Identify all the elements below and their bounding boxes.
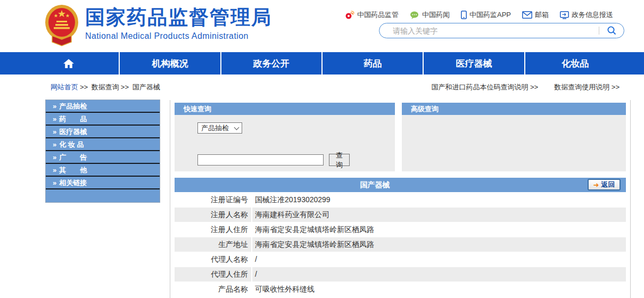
nav-item-home[interactable] (19, 52, 119, 74)
nav-item-gov[interactable]: 政务公开 (220, 52, 321, 74)
nav-item-cosmetics-label: 化妆品 (562, 57, 589, 70)
quick-query-input[interactable] (197, 154, 324, 165)
page-header: 国家药品监督管理局 National Medical Products Admi… (0, 0, 644, 52)
quick-query-header: 快速查询 (175, 103, 395, 115)
quick-query-panel: 快速查询 产品抽检 查询 (175, 103, 395, 171)
sidebar-item-label: 其 他 (59, 166, 87, 174)
chevron-down-icon (234, 125, 240, 130)
nav-item-devices[interactable]: 医疗器械 (423, 52, 524, 74)
row-label: 注册证编号 (175, 193, 252, 207)
breadcrumb-row: 网站首页>> 数据查询>> 国产器械 国产和进口药品本位码查询说明 >> 数据查… (0, 81, 644, 94)
link-app-label: 中国药监APP (469, 10, 511, 20)
site-title: 国家药品监督管理局 (85, 7, 272, 29)
phone-icon (461, 11, 467, 19)
weibo-icon (345, 11, 354, 19)
data-query-help-link[interactable]: 数据查询使用说明 >> (554, 82, 620, 92)
sidebar-filler (46, 189, 160, 202)
row-value: / (252, 252, 626, 267)
table-row-registration-number: 注册证编号 国械注准20193020299 (175, 193, 626, 207)
row-label: 代理人住所 (175, 267, 252, 282)
sidebar-item-label: 药 品 (59, 115, 87, 123)
search-icon (607, 26, 617, 36)
site-subtitle: National Medical Products Administration (85, 31, 272, 41)
link-report-label: 政务信息报送 (572, 10, 613, 20)
chevron-right-icon: » (53, 140, 56, 148)
link-weibo[interactable]: 中国药品监管 (345, 10, 399, 20)
monitor-icon (560, 11, 569, 19)
breadcrumb: 网站首页>> 数据查询>> 国产器械 (51, 82, 160, 92)
sidebar-item-label: 化 妆 品 (59, 140, 84, 148)
link-app[interactable]: 中国药监APP (461, 10, 511, 20)
sidebar-item-drugs[interactable]: »药 品 (46, 113, 160, 126)
table-row-registrant-address: 注册人住所 海南省定安县定城镇塔岭新区栖凤路 (175, 222, 626, 237)
row-value: 海南省定安县定城镇塔岭新区栖凤路 (252, 222, 626, 237)
sidebar-item-medical-devices[interactable]: »医疗器械 (46, 126, 160, 138)
wechat-icon (410, 11, 419, 19)
link-weibo-label: 中国药品监管 (357, 10, 399, 20)
chevron-right-icon: » (53, 115, 56, 123)
mail-icon (522, 11, 532, 19)
link-mail-label: 邮箱 (535, 10, 549, 20)
results-header: 国产器械 ➜ 返回 (175, 178, 626, 192)
breadcrumb-item-data-query[interactable]: 数据查询 (92, 83, 119, 91)
row-value: 海南建科药业有限公司 (252, 208, 626, 222)
sidebar-item-label: 相关链接 (59, 179, 87, 187)
table-row-production-address: 生产地址 海南省定安县定城镇塔岭新区栖凤路 (175, 237, 626, 252)
breadcrumb-home-link[interactable]: 网站首页 (51, 83, 78, 91)
advanced-query-header: 高级查询 (402, 103, 626, 115)
row-label: 生产地址 (175, 237, 252, 252)
link-mail[interactable]: 邮箱 (522, 10, 549, 20)
advanced-query-body (402, 115, 626, 171)
sidebar-item-label: 产品抽检 (59, 102, 87, 110)
sidebar-item-product-sampling[interactable]: »产品抽检 (46, 100, 160, 113)
breadcrumb-item-current: 国产器械 (133, 83, 160, 91)
row-label: 代理人名称 (175, 252, 252, 267)
search-input[interactable] (379, 23, 599, 38)
nav-item-gov-label: 政务公开 (253, 57, 290, 70)
row-value: / (252, 267, 626, 282)
barcode-query-help-link[interactable]: 国产和进口药品本位码查询说明 >> (431, 82, 538, 92)
sidebar-item-other[interactable]: »其 他 (46, 164, 160, 177)
quick-query-body: 产品抽检 查询 (175, 115, 395, 171)
row-label: 注册人名称 (175, 208, 252, 222)
table-row-agent-address: 代理人住所 / (175, 267, 626, 282)
link-wechat[interactable]: 中国药闻 (410, 10, 450, 20)
sidebar-item-advertising[interactable]: »广 告 (46, 151, 160, 164)
advanced-query-panel: 高级查询 (402, 103, 626, 171)
link-report[interactable]: 政务信息报送 (560, 10, 613, 20)
home-icon (63, 59, 75, 69)
nav-item-drugs[interactable]: 药品 (321, 52, 423, 74)
sidebar-item-label: 医疗器械 (59, 128, 87, 136)
row-label: 注册人住所 (175, 222, 252, 237)
table-row-product-name: 产品名称 可吸收性外科缝线 (175, 282, 626, 296)
main-content: 快速查询 产品抽检 查询 高级查询 国产器械 ➜ 返回 注册证编号 (170, 100, 631, 298)
query-type-dropdown[interactable]: 产品抽检 (197, 122, 242, 134)
chevron-right-icon: » (53, 166, 56, 174)
results-table: 国产器械 ➜ 返回 注册证编号 国械注准20193020299 注册人名称 海南… (175, 178, 626, 296)
back-button[interactable]: ➜ 返回 (588, 179, 621, 191)
table-row-agent-name: 代理人名称 / (175, 252, 626, 267)
row-value: 海南省定安县定城镇塔岭新区栖凤路 (252, 237, 626, 252)
nav-item-cosmetics[interactable]: 化妆品 (524, 52, 625, 74)
sidebar-item-label: 广 告 (59, 153, 87, 161)
nav-item-drugs-label: 药品 (364, 57, 382, 70)
row-value: 可吸收性外科缝线 (252, 282, 626, 296)
query-button[interactable]: 查询 (329, 154, 350, 166)
back-button-label: 返回 (601, 180, 615, 189)
results-title: 国产器械 (175, 178, 575, 192)
row-value: 国械注准20193020299 (252, 193, 626, 207)
sidebar-menu: »产品抽检 »药 品 »医疗器械 »化 妆 品 »广 告 »其 他 »相关链接 (45, 100, 160, 203)
header-quick-links: 中国药品监管 中国药闻 中国药监APP (345, 10, 613, 20)
row-label: 产品名称 (175, 282, 252, 296)
arrow-right-icon: ➜ (593, 181, 599, 189)
main-navbar: 机构概况 政务公开 药品 医疗器械 化妆品 (0, 52, 644, 74)
nav-item-org[interactable]: 机构概况 (119, 52, 220, 74)
sidebar-item-related-links[interactable]: »相关链接 (46, 177, 160, 189)
search-button[interactable] (599, 23, 624, 38)
breadcrumb-separator: >> (121, 83, 129, 91)
breadcrumb-separator: >> (80, 83, 88, 91)
sidebar-item-cosmetics[interactable]: »化 妆 品 (46, 138, 160, 151)
link-wechat-label: 中国药闻 (422, 10, 450, 20)
chevron-right-icon: » (53, 102, 56, 110)
query-type-selected-value: 产品抽检 (201, 123, 229, 133)
